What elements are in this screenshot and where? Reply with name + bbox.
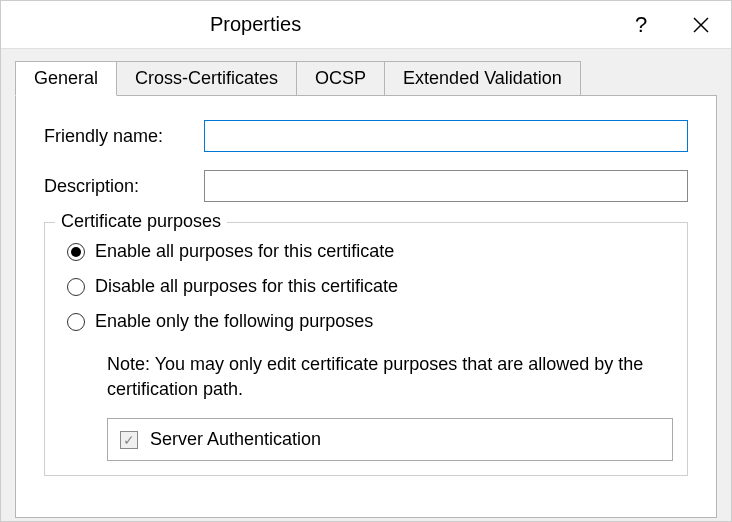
- titlebar: Properties ?: [1, 1, 731, 49]
- radio-disable-all-label: Disable all purposes for this certificat…: [95, 276, 398, 297]
- friendly-name-row: Friendly name:: [44, 120, 688, 152]
- close-button[interactable]: [671, 1, 731, 49]
- purpose-list: ✓ Server Authentication: [107, 418, 673, 461]
- purposes-note: Note: You may only edit certificate purp…: [59, 346, 679, 418]
- dialog-body: General Cross-Certificates OCSP Extended…: [1, 49, 731, 521]
- purpose-item: ✓ Server Authentication: [120, 429, 660, 450]
- tab-ocsp-label: OCSP: [315, 68, 366, 88]
- title-redacted: [11, 11, 206, 39]
- description-input[interactable]: [204, 170, 688, 202]
- certificate-purposes-legend: Certificate purposes: [55, 211, 227, 232]
- tab-strip: General Cross-Certificates OCSP Extended…: [15, 61, 717, 95]
- description-label: Description:: [44, 176, 204, 197]
- check-icon: ✓: [123, 433, 135, 447]
- certificate-purposes-group: Certificate purposes Enable all purposes…: [44, 222, 688, 476]
- tab-panel-general: Friendly name: Description: Certificate …: [15, 95, 717, 518]
- window-title: Properties: [210, 13, 301, 36]
- tab-ev-label: Extended Validation: [403, 68, 562, 88]
- radio-icon: [67, 278, 85, 296]
- help-button[interactable]: ?: [611, 1, 671, 49]
- friendly-name-label: Friendly name:: [44, 126, 204, 147]
- purpose-checkbox[interactable]: ✓: [120, 431, 138, 449]
- radio-icon: [67, 313, 85, 331]
- friendly-name-input[interactable]: [204, 120, 688, 152]
- help-icon: ?: [635, 12, 647, 38]
- radio-only-following-label: Enable only the following purposes: [95, 311, 373, 332]
- purposes-radio-group: Enable all purposes for this certificate…: [59, 241, 673, 332]
- radio-icon: [67, 243, 85, 261]
- close-icon: [692, 16, 710, 34]
- description-row: Description:: [44, 170, 688, 202]
- properties-dialog: Properties ? General Cross-Certificates …: [0, 0, 732, 522]
- radio-enable-all-label: Enable all purposes for this certificate: [95, 241, 394, 262]
- tab-ocsp[interactable]: OCSP: [296, 61, 385, 95]
- radio-enable-all[interactable]: Enable all purposes for this certificate: [67, 241, 673, 262]
- tab-extended-validation[interactable]: Extended Validation: [384, 61, 581, 95]
- radio-disable-all[interactable]: Disable all purposes for this certificat…: [67, 276, 673, 297]
- tab-cross-certificates[interactable]: Cross-Certificates: [116, 61, 297, 95]
- purpose-label: Server Authentication: [150, 429, 321, 450]
- tab-cross-label: Cross-Certificates: [135, 68, 278, 88]
- tab-general[interactable]: General: [15, 61, 117, 96]
- radio-only-following[interactable]: Enable only the following purposes: [67, 311, 673, 332]
- titlebar-buttons: ?: [611, 1, 731, 49]
- tab-general-label: General: [34, 68, 98, 88]
